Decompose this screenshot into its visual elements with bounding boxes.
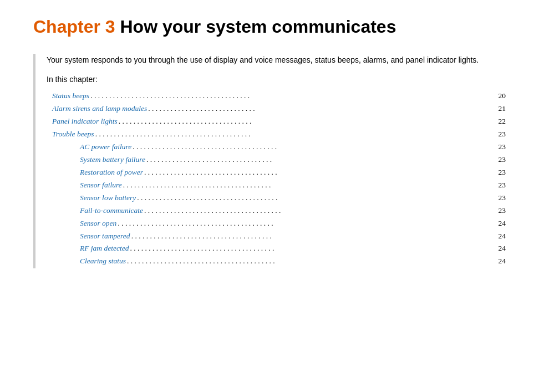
toc-label: Panel indicator lights (52, 116, 118, 128)
toc-dots: . . . . . . . . . . . . . . . . . . . . … (146, 154, 497, 166)
toc-dots: . . . . . . . . . . . . . . . . . . . . … (137, 192, 497, 204)
toc-page: 24 (499, 243, 506, 254)
chapter-label: Chapter 3 (33, 17, 115, 37)
toc-label: Sensor failure (80, 180, 122, 191)
toc-item[interactable]: Alarm sirens and lamp modules . . . . . … (52, 103, 506, 115)
toc-label: Alarm sirens and lamp modules (52, 103, 147, 115)
chapter-title-rest: How your system communicates (115, 17, 396, 37)
toc-label: Fail-to-communicate (80, 205, 143, 217)
toc-page: 22 (499, 116, 506, 128)
toc-item[interactable]: Trouble beeps. . . . . . . . . . . . . .… (52, 129, 506, 140)
toc-container: Status beeps . . . . . . . . . . . . . .… (52, 90, 506, 267)
chapter-header: Chapter 3 How your system communicates (0, 0, 539, 48)
toc-label: AC power failure (80, 141, 131, 153)
toc-dots: . . . . . . . . . . . . . . . . . . . . … (90, 90, 497, 102)
toc-label: RF jam detected (80, 243, 129, 254)
intro-paragraph: Your system responds to you through the … (47, 54, 506, 66)
toc-page: 23 (499, 129, 506, 140)
toc-item[interactable]: RF jam detected . . . . . . . . . . . . … (80, 243, 506, 254)
toc-label: Trouble beeps (52, 129, 94, 140)
toc-page: 24 (499, 256, 506, 267)
toc-page: 20 (499, 90, 506, 102)
toc-page: 23 (499, 180, 506, 191)
in-chapter-label: In this chapter: (47, 75, 506, 84)
content-area: Your system responds to you through the … (0, 48, 539, 279)
toc-page: 23 (499, 192, 506, 204)
toc-page: 23 (499, 141, 506, 153)
main-content: Your system responds to you through the … (47, 54, 506, 268)
toc-label: System battery failure (80, 154, 145, 166)
toc-item[interactable]: AC power failure. . . . . . . . . . . . … (80, 141, 506, 153)
toc-dots: . . . . . . . . . . . . . . . . . . . . … (148, 103, 497, 115)
toc-item[interactable]: Sensor open. . . . . . . . . . . . . . .… (80, 218, 506, 230)
toc-dots: . . . . . . . . . . . . . . . . . . . . … (130, 243, 497, 254)
toc-label: Clearing status (80, 256, 126, 267)
toc-label: Sensor open (80, 218, 116, 230)
toc-label: Sensor low battery (80, 192, 136, 204)
toc-item[interactable]: Fail-to-communicate. . . . . . . . . . .… (80, 205, 506, 217)
toc-page: 23 (499, 154, 506, 166)
toc-page: 23 (499, 167, 506, 179)
toc-page: 24 (499, 231, 506, 242)
chapter-title: Chapter 3 How your system communicates (33, 17, 506, 37)
toc-dots: . . . . . . . . . . . . . . . . . . . . … (123, 180, 497, 191)
toc-page: 23 (499, 205, 506, 217)
toc-item[interactable]: Sensor tampered . . . . . . . . . . . . … (80, 231, 506, 242)
toc-item[interactable]: Sensor failure . . . . . . . . . . . . .… (80, 180, 506, 191)
toc-dots: . . . . . . . . . . . . . . . . . . . . … (133, 141, 497, 153)
toc-dots: . . . . . . . . . . . . . . . . . . . . … (127, 256, 497, 267)
toc-dots: . . . . . . . . . . . . . . . . . . . . … (95, 129, 497, 140)
left-bar (33, 54, 35, 268)
toc-item[interactable]: Sensor low battery. . . . . . . . . . . … (80, 192, 506, 204)
toc-item[interactable]: Restoration of power. . . . . . . . . . … (80, 167, 506, 179)
toc-page: 24 (499, 218, 506, 230)
toc-dots: . . . . . . . . . . . . . . . . . . . . … (119, 116, 497, 128)
page-container: Chapter 3 How your system communicates Y… (0, 0, 539, 392)
toc-dots: . . . . . . . . . . . . . . . . . . . . … (144, 205, 497, 217)
toc-dots: . . . . . . . . . . . . . . . . . . . . … (118, 218, 497, 230)
toc-item[interactable]: Status beeps . . . . . . . . . . . . . .… (52, 90, 506, 102)
toc-dots: . . . . . . . . . . . . . . . . . . . . … (144, 167, 497, 179)
toc-item[interactable]: Clearing status . . . . . . . . . . . . … (80, 256, 506, 267)
toc-label: Status beeps (52, 90, 89, 102)
toc-item[interactable]: System battery failure . . . . . . . . .… (80, 154, 506, 166)
toc-label: Restoration of power (80, 167, 143, 179)
toc-dots: . . . . . . . . . . . . . . . . . . . . … (131, 231, 497, 242)
toc-label: Sensor tampered (80, 231, 130, 242)
toc-item[interactable]: Panel indicator lights . . . . . . . . .… (52, 116, 506, 128)
toc-page: 21 (499, 103, 506, 115)
